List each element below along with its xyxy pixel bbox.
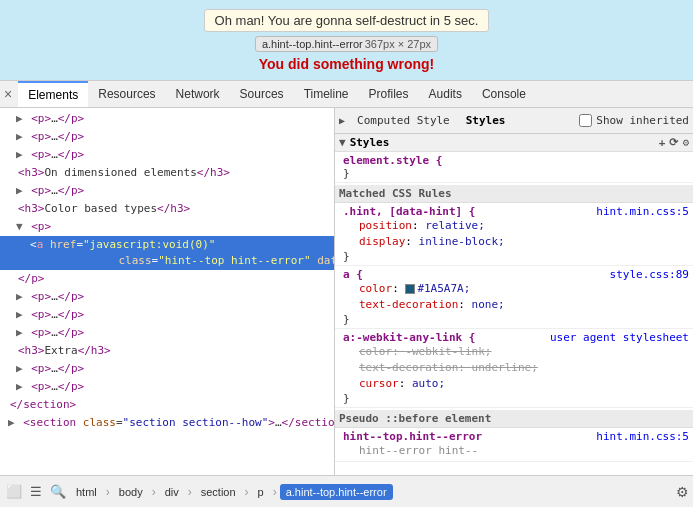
elements-panel: <p>…</p> <p>…</p> <p>…</p> <h3>On dimens… — [0, 108, 335, 475]
matched-css-rules-title: Matched CSS Rules — [335, 185, 693, 203]
close-button[interactable]: × — [4, 86, 12, 102]
breadcrumb-section[interactable]: section — [195, 484, 242, 500]
pseudo-rule: hint--top.hint--error hint.min.css:5 hin… — [335, 428, 693, 462]
element-style-rule: element.style { } — [335, 152, 693, 183]
rule2-source[interactable]: style.css:89 — [610, 268, 689, 281]
breadcrumb-active[interactable]: a.hint--top.hint--error — [280, 484, 393, 500]
styles-panel: ▶ Computed Style Styles Show inherited ▼… — [335, 108, 693, 475]
tab-computed-style[interactable]: Computed Style — [349, 112, 458, 129]
list-item[interactable]: <p>…</p> — [0, 146, 334, 164]
rule3-prop1: color: -webkit-link; — [343, 344, 689, 360]
list-item[interactable]: <p>…</p> — [0, 110, 334, 128]
list-item[interactable]: <h3>Extra</h3> — [0, 342, 334, 360]
selected-element[interactable]: <a href="javascript:void(0)" class="hint… — [0, 236, 334, 270]
gear-icon[interactable]: ⚙ — [676, 484, 689, 500]
rule1-selector: .hint, [data-hint] { — [343, 205, 475, 218]
tab-console[interactable]: Console — [472, 81, 536, 107]
rule3-close: } — [343, 392, 689, 405]
preview-area: Oh man! You are gonna self-destruct in 5… — [0, 0, 693, 80]
breadcrumb-div[interactable]: div — [159, 484, 185, 500]
list-item[interactable]: <h3>Color based types</h3> — [0, 200, 334, 218]
element-style-close: } — [343, 167, 689, 180]
computed-style-arrow: ▶ — [339, 115, 345, 126]
pseudo-source[interactable]: hint.min.css:5 — [596, 430, 689, 443]
breadcrumb-p[interactable]: p — [252, 484, 270, 500]
triangle-icon[interactable] — [16, 130, 23, 143]
pseudo-prop: hint--error hint-- — [343, 443, 689, 459]
pseudo-title: Pseudo ::before element — [335, 410, 693, 428]
list-item[interactable]: <p>…</p> — [0, 306, 334, 324]
triangle-icon[interactable] — [16, 112, 23, 125]
tab-elements[interactable]: Elements — [18, 81, 88, 107]
plus-icon[interactable]: + — [659, 136, 666, 149]
css-rule-1: .hint, [data-hint] { hint.min.css:5 posi… — [335, 203, 693, 266]
refresh-icon[interactable]: ⟳ — [669, 136, 678, 149]
triangle-icon[interactable] — [8, 416, 15, 429]
element-label: a.hint--top.hint--error 367px × 27px — [255, 36, 438, 52]
show-inherited-checkbox[interactable] — [579, 114, 592, 127]
breadcrumb-html[interactable]: html — [70, 484, 103, 500]
rule2-selector: a { — [343, 268, 363, 281]
list-item[interactable]: </section> — [0, 396, 334, 414]
tab-network[interactable]: Network — [166, 81, 230, 107]
rule2-prop1: color: #1A5A7A; — [343, 281, 689, 297]
styles-icons: + ⟳ ⚙ — [659, 136, 689, 149]
devtools-toolbar: × Elements Resources Network Sources Tim… — [0, 80, 693, 108]
rule3-prop2: text-decoration: underline; — [343, 360, 689, 376]
triangle-icon[interactable] — [16, 308, 23, 321]
list-item[interactable]: <p> — [0, 218, 334, 236]
css-rule-2: a { style.css:89 color: #1A5A7A; text-de… — [335, 266, 693, 329]
list-item[interactable]: <p>…</p> — [0, 288, 334, 306]
inspector-icon[interactable]: ⬜ — [4, 482, 24, 502]
tree-icon[interactable]: ☰ — [26, 482, 46, 502]
list-item[interactable]: <p>…</p> — [0, 360, 334, 378]
list-item[interactable]: <p>…</p> — [0, 182, 334, 200]
triangle-icon[interactable] — [16, 380, 23, 393]
triangle-icon[interactable] — [16, 220, 23, 233]
styles-subtabs: ▶ Computed Style Styles Show inherited — [335, 108, 693, 134]
list-item[interactable]: <section class="section section--how">…<… — [0, 414, 334, 432]
tooltip-text: Oh man! You are gonna self-destruct in 5… — [204, 9, 490, 32]
show-inherited-container: Show inherited — [579, 114, 689, 127]
tab-profiles[interactable]: Profiles — [359, 81, 419, 107]
list-item[interactable]: <p>…</p> — [0, 378, 334, 396]
rule1-source[interactable]: hint.min.css:5 — [596, 205, 689, 218]
show-inherited-label: Show inherited — [596, 114, 689, 127]
tab-audits[interactable]: Audits — [419, 81, 472, 107]
list-item[interactable]: </p> — [0, 270, 334, 288]
rule1-prop1: position: relative; — [343, 218, 689, 234]
triangle-icon[interactable] — [16, 148, 23, 161]
list-item[interactable]: <p>…</p> — [0, 324, 334, 342]
rule3-selector: a:-webkit-any-link { — [343, 331, 475, 344]
rule1-prop2: display: inline-block; — [343, 234, 689, 250]
element-style-selector: element.style { — [343, 154, 689, 167]
breadcrumb-bar: ⬜ ☰ 🔍 html › body › div › section › p › … — [0, 475, 693, 507]
tab-timeline[interactable]: Timeline — [294, 81, 359, 107]
tab-sources[interactable]: Sources — [230, 81, 294, 107]
devtools-main: <p>…</p> <p>…</p> <p>…</p> <h3>On dimens… — [0, 108, 693, 475]
tab-resources[interactable]: Resources — [88, 81, 165, 107]
list-item[interactable]: <p>…</p> — [0, 128, 334, 146]
triangle-icon[interactable] — [16, 184, 23, 197]
pseudo-selector: hint--top.hint--error — [343, 430, 482, 443]
triangle-icon[interactable] — [16, 362, 23, 375]
styles-section-header[interactable]: ▼ Styles + ⟳ ⚙ — [335, 134, 693, 152]
section-arrow: ▼ — [339, 136, 346, 149]
rule2-close: } — [343, 313, 689, 326]
error-text: You did something wrong! — [259, 56, 435, 72]
gear-icon[interactable]: ⚙ — [682, 136, 689, 149]
rule1-close: } — [343, 250, 689, 263]
css-rule-3: a:-webkit-any-link { user agent styleshe… — [335, 329, 693, 408]
search-icon[interactable]: 🔍 — [48, 482, 68, 502]
breadcrumb-body[interactable]: body — [113, 484, 149, 500]
styles-label: Styles — [350, 136, 390, 149]
rule2-prop2: text-decoration: none; — [343, 297, 689, 313]
list-item[interactable]: <h3>On dimensioned elements</h3> — [0, 164, 334, 182]
triangle-icon[interactable] — [16, 290, 23, 303]
triangle-icon[interactable] — [16, 326, 23, 339]
tab-styles[interactable]: Styles — [458, 112, 514, 129]
rule3-source[interactable]: user agent stylesheet — [550, 331, 689, 344]
rule3-prop3: cursor: auto; — [343, 376, 689, 392]
color-swatch — [405, 284, 415, 294]
